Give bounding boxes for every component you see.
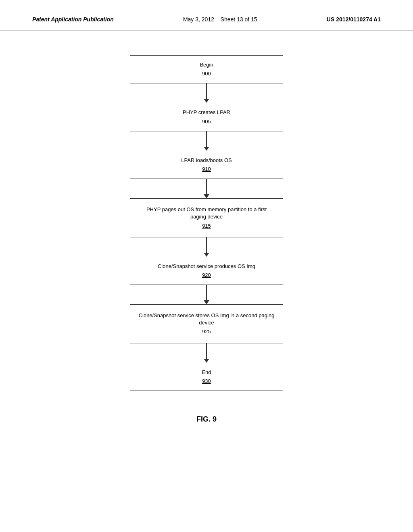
arrow-line-1 <box>206 83 207 99</box>
flowchart-box-925: Clone/Snapshot service stores OS Img in … <box>130 304 283 343</box>
box-925-text: Clone/Snapshot service stores OS Img in … <box>139 312 275 326</box>
arrow-5 <box>204 285 209 304</box>
sheet-number: Sheet 13 of 15 <box>221 16 257 23</box>
arrow-3 <box>204 179 209 198</box>
publication-label: Patent Application Publication <box>32 16 114 23</box>
flowchart: Begin 900 PHYP creates LPAR 905 LPAR loa… <box>106 55 307 391</box>
arrow-4 <box>204 237 209 257</box>
flowchart-box-910: LPAR loads/boots OS 910 <box>130 151 283 179</box>
box-915-ref: 915 <box>138 222 275 230</box>
flowchart-box-915: PHYP pages out OS from memory partition … <box>130 198 283 237</box>
arrow-6 <box>204 343 209 363</box>
arrow-1 <box>204 83 209 103</box>
arrow-head-4 <box>204 253 209 257</box>
arrow-line-4 <box>206 237 207 253</box>
arrow-line-6 <box>206 343 207 359</box>
arrow-line-2 <box>206 131 207 147</box>
box-925-ref: 925 <box>138 328 275 335</box>
publication-date: May 3, 2012 <box>183 16 214 23</box>
flowchart-box-900: Begin 900 <box>130 55 283 83</box>
header-center: May 3, 2012 Sheet 13 of 15 <box>183 16 257 23</box>
page: Patent Application Publication May 3, 20… <box>0 0 413 532</box>
box-905-ref: 905 <box>138 118 275 125</box>
box-910-text: LPAR loads/boots OS <box>181 157 232 163</box>
arrow-line-5 <box>206 285 207 300</box>
box-900-text: Begin <box>200 62 213 68</box>
arrow-head-5 <box>204 300 209 304</box>
arrow-head-1 <box>204 99 209 103</box>
box-900-ref: 900 <box>138 70 275 77</box>
flowchart-box-905: PHYP creates LPAR 905 <box>130 103 283 131</box>
arrow-line-3 <box>206 179 207 194</box>
box-915-text: PHYP pages out OS from memory partition … <box>146 206 267 220</box>
main-content: Begin 900 PHYP creates LPAR 905 LPAR loa… <box>0 31 413 440</box>
flowchart-box-920: Clone/Snapshot service produces OS Img 9… <box>130 257 283 285</box>
box-910-ref: 910 <box>138 166 275 173</box>
arrow-head-2 <box>204 147 209 151</box>
header: Patent Application Publication May 3, 20… <box>0 0 413 31</box>
patent-number: US 2012/0110274 A1 <box>327 16 381 23</box>
box-905-text: PHYP creates LPAR <box>183 109 230 115</box>
arrow-head-3 <box>204 194 209 198</box>
arrow-head-6 <box>204 359 209 363</box>
box-920-text: Clone/Snapshot service produces OS Img <box>158 263 255 269</box>
flowchart-box-930: End 930 <box>130 363 283 391</box>
arrow-2 <box>204 131 209 151</box>
box-920-ref: 920 <box>138 272 275 279</box>
box-930-text: End <box>202 369 211 375</box>
box-930-ref: 930 <box>138 378 275 385</box>
figure-label: FIG. 9 <box>196 415 217 424</box>
